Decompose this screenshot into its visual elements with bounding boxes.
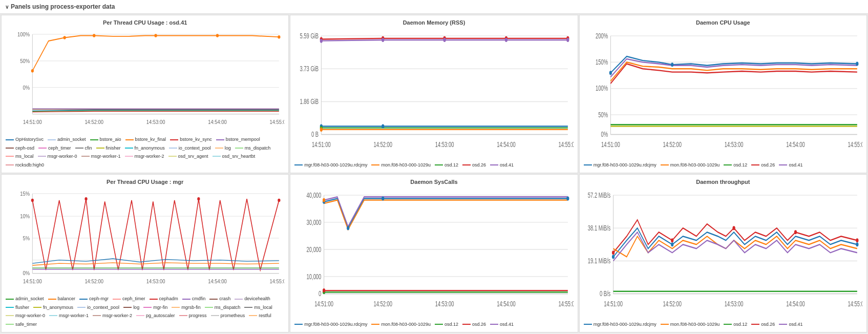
svg-text:40,000: 40,000 [307, 191, 322, 200]
svg-text:14:53:00: 14:53:00 [724, 300, 743, 308]
svg-point-88 [278, 199, 280, 202]
svg-point-40 [320, 39, 323, 43]
panel-daemon-syscalls: Daemon SysCalls 40,000 30,000 20,000 10,… [290, 174, 578, 332]
svg-text:19.1 MiB/s: 19.1 MiB/s [588, 257, 610, 265]
svg-text:1.86 GiB: 1.86 GiB [300, 97, 319, 106]
svg-point-46 [382, 124, 384, 128]
svg-text:10%: 10% [20, 213, 30, 219]
svg-point-66 [609, 71, 611, 75]
svg-text:14:52:00: 14:52:00 [374, 300, 393, 308]
svg-text:14:54:00: 14:54:00 [786, 300, 805, 308]
svg-text:14:51:00: 14:51:00 [604, 300, 623, 308]
svg-text:14:55:00: 14:55:00 [270, 278, 285, 284]
svg-text:14:51:00: 14:51:00 [23, 118, 42, 125]
chart-area: 15% 10% 5% 0% 14:51:00 14:52:00 14:53:00… [6, 187, 284, 293]
svg-text:0: 0 [319, 289, 321, 298]
svg-text:14:51:00: 14:51:00 [315, 300, 334, 308]
svg-point-68 [856, 62, 858, 66]
svg-text:14:55:00: 14:55:00 [848, 140, 862, 149]
svg-text:14:53:00: 14:53:00 [435, 140, 454, 149]
panel-title: Daemon Memory (RSS) [294, 19, 573, 26]
svg-text:0%: 0% [23, 84, 30, 91]
svg-text:14:55:00: 14:55:00 [559, 300, 574, 308]
chart-area: 57.2 MiB/s 38.1 MiB/s 19.1 MiB/s 0 B/s 1… [584, 187, 862, 319]
svg-point-134 [671, 242, 673, 246]
panel-title: Daemon SysCalls [294, 179, 573, 185]
svg-point-15 [63, 36, 66, 39]
svg-text:14:51:00: 14:51:00 [601, 140, 620, 149]
svg-text:14:53:00: 14:53:00 [146, 118, 165, 125]
svg-point-41 [382, 38, 384, 42]
svg-point-17 [154, 34, 157, 37]
panel-title: Daemon CPU Usage [584, 19, 862, 26]
svg-point-109 [567, 196, 569, 200]
panel-title: Daemon throughput [584, 179, 862, 185]
chart-area: 200% 150% 100% 50% 0% 14:51:00 14:52:00 … [584, 28, 862, 159]
svg-point-112 [323, 288, 325, 293]
svg-text:5%: 5% [23, 235, 30, 241]
svg-point-87 [197, 197, 200, 200]
svg-point-43 [505, 38, 507, 42]
svg-text:10,000: 10,000 [307, 273, 322, 281]
panel-cpu-osd41: Per Thread CPU Usage : osd.41 100% 50% 0… [1, 15, 289, 173]
legend: mgr.f08-h03-000-1029u.rdcjmy mon.f08-h03… [294, 321, 573, 328]
svg-text:100%: 100% [596, 84, 608, 93]
svg-point-110 [323, 198, 325, 202]
svg-text:14:55:00: 14:55:00 [848, 300, 862, 308]
legend: mgr.f08-h03-000-1029u.rdcjmy mon.f08-h03… [294, 161, 573, 169]
svg-text:14:53:00: 14:53:00 [146, 278, 165, 284]
svg-point-129 [671, 238, 673, 242]
panel-daemon-cpu: Daemon CPU Usage 200% 150% 100% 50% 0% 1… [579, 15, 867, 173]
svg-point-48 [320, 128, 323, 132]
legend: mgr.f08-h03-000-1029u.rdcjmy mon.f08-h03… [584, 161, 862, 169]
svg-text:14:54:00: 14:54:00 [497, 300, 516, 308]
svg-point-67 [671, 62, 673, 67]
svg-text:200%: 200% [596, 32, 608, 40]
svg-text:14:54:00: 14:54:00 [208, 118, 227, 125]
svg-text:0%: 0% [601, 130, 608, 139]
legend: OpHistorySvc admin_socket bstore_aio bst… [6, 136, 284, 169]
header-title: Panels using process-exporter data [11, 3, 115, 10]
svg-text:3.73 GiB: 3.73 GiB [300, 65, 319, 73]
svg-point-135 [856, 242, 858, 246]
svg-text:0 B: 0 B [311, 130, 319, 139]
svg-point-130 [732, 226, 735, 230]
panel-title: Per Thread CPU Usage : mgr [6, 179, 284, 185]
svg-point-14 [31, 69, 34, 72]
svg-point-128 [612, 251, 615, 255]
panel-daemon-throughput: Daemon throughput 57.2 MiB/s 38.1 MiB/s … [579, 174, 867, 332]
svg-text:38.1 MiB/s: 38.1 MiB/s [588, 224, 610, 233]
svg-point-44 [567, 38, 569, 42]
svg-point-107 [347, 226, 349, 230]
svg-point-42 [443, 38, 446, 42]
svg-point-16 [93, 34, 95, 37]
svg-text:50%: 50% [598, 111, 608, 119]
chart-area: 100% 50% 0% 14:51:00 14:52:00 14:53:00 1… [6, 28, 284, 134]
svg-text:0 B/s: 0 B/s [600, 289, 610, 298]
svg-text:14:52:00: 14:52:00 [663, 300, 682, 308]
svg-text:30,000: 30,000 [307, 218, 322, 227]
svg-text:14:54:00: 14:54:00 [786, 140, 805, 149]
dashboard: Per Thread CPU Usage : osd.41 100% 50% 0… [0, 14, 868, 333]
svg-text:14:52:00: 14:52:00 [84, 278, 103, 284]
svg-text:5.59 GiB: 5.59 GiB [300, 32, 319, 40]
svg-point-86 [84, 197, 87, 200]
svg-text:100%: 100% [17, 31, 30, 37]
panel-daemon-memory: Daemon Memory (RSS) 5.59 GiB 3.73 GiB 1.… [290, 15, 578, 173]
svg-text:15%: 15% [20, 190, 30, 197]
svg-point-131 [794, 230, 797, 234]
svg-text:14:55:00: 14:55:00 [559, 140, 574, 149]
svg-text:14:53:00: 14:53:00 [724, 140, 743, 149]
svg-text:14:52:00: 14:52:00 [84, 118, 103, 125]
svg-text:14:54:00: 14:54:00 [208, 278, 227, 284]
svg-text:150%: 150% [596, 58, 608, 67]
svg-point-18 [216, 34, 219, 37]
panel-title: Per Thread CPU Usage : osd.41 [6, 19, 284, 26]
svg-text:14:51:00: 14:51:00 [312, 140, 331, 149]
svg-text:14:54:00: 14:54:00 [497, 140, 516, 149]
page-header: ∨ Panels using process-exporter data [0, 0, 868, 14]
svg-text:14:52:00: 14:52:00 [663, 140, 682, 149]
svg-point-108 [382, 196, 384, 200]
svg-text:0%: 0% [23, 269, 30, 276]
chevron-icon: ∨ [5, 4, 9, 10]
